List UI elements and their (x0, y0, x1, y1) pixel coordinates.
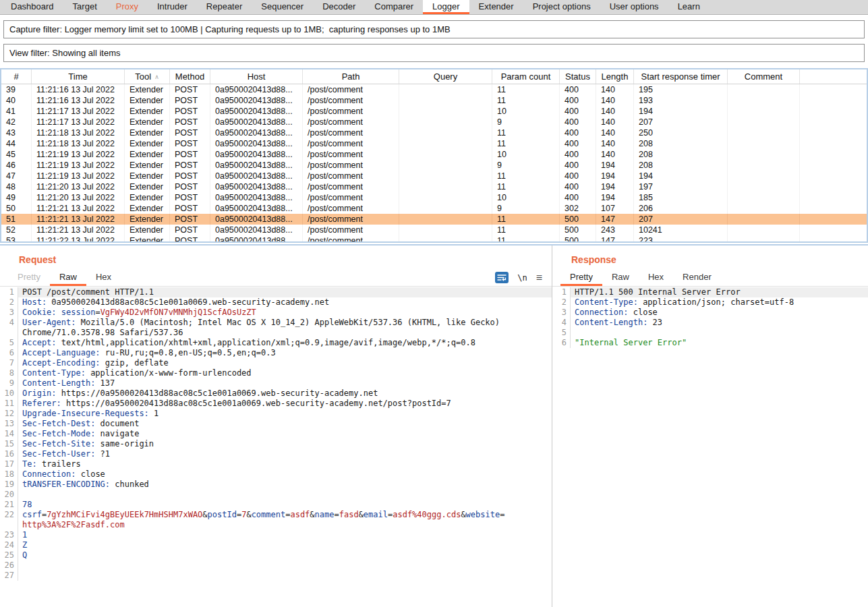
cell-host: 0a9500020413d88... (210, 203, 303, 214)
column-header-tool[interactable]: Tool∧ (125, 69, 170, 84)
column-header-comment[interactable]: Comment (728, 69, 800, 84)
menu-tab-intruder[interactable]: Intruder (148, 0, 197, 14)
cell-num: 46 (1, 160, 32, 171)
response-tab-pretty[interactable]: Pretty (560, 269, 602, 286)
menu-tab-user-options[interactable]: User options (600, 0, 668, 14)
code-text: Accept-Encoding: gzip, deflate (18, 358, 552, 368)
log-row-44[interactable]: 4411:21:18 13 Jul 2022ExtenderPOST0a9500… (1, 138, 867, 149)
menu-tab-dashboard[interactable]: Dashboard (1, 0, 63, 14)
column-header-path[interactable]: Path (303, 69, 399, 84)
response-tab-raw[interactable]: Raw (602, 269, 639, 286)
newline-icon[interactable]: \n (517, 273, 527, 283)
wrap-toggle-icon[interactable] (495, 272, 509, 283)
menu-tab-learn[interactable]: Learn (668, 0, 710, 14)
line-number: 18 (0, 469, 18, 480)
column-header-method[interactable]: Method (170, 69, 210, 84)
cell-host: 0a9500020413d88... (210, 225, 303, 235)
column-header-label: Param count (501, 71, 551, 82)
log-row-45[interactable]: 4511:21:19 13 Jul 2022ExtenderPOST0a9500… (1, 149, 867, 160)
log-row-50[interactable]: 5011:21:21 13 Jul 2022ExtenderPOST0a9500… (1, 203, 867, 214)
request-tab-hex[interactable]: Hex (86, 269, 121, 286)
menu-tab-repeater[interactable]: Repeater (197, 0, 252, 14)
column-header-status[interactable]: Status (560, 69, 596, 84)
cell-tool: Extender (125, 235, 170, 243)
column-header-label: Length (602, 71, 629, 82)
cell-method: POST (170, 171, 210, 181)
cell-param_count: 9 (492, 117, 560, 127)
log-row-40[interactable]: 4011:21:16 13 Jul 2022ExtenderPOST0a9500… (1, 95, 867, 106)
log-row-48[interactable]: 4811:21:20 13 Jul 2022ExtenderPOST0a9500… (1, 181, 867, 192)
log-row-47[interactable]: 4711:21:19 13 Jul 2022ExtenderPOST0a9500… (1, 171, 867, 181)
column-header-param-count[interactable]: Param count (492, 69, 560, 84)
editor-menu-icon[interactable]: ≡ (536, 272, 542, 283)
log-row-46[interactable]: 4611:21:19 13 Jul 2022ExtenderPOST0a9500… (1, 160, 867, 171)
cell-timer: 250 (634, 127, 728, 138)
cell-num: 44 (1, 138, 32, 149)
line-number: 15 (0, 439, 18, 449)
cell-query (399, 181, 492, 192)
column-header-time[interactable]: Time (32, 69, 125, 84)
column-header--[interactable]: # (1, 69, 32, 84)
menu-tab-proxy[interactable]: Proxy (107, 0, 148, 14)
code-line: 5Accept: text/html,application/xhtml+xml… (0, 338, 552, 348)
cell-time: 11:21:21 13 Jul 2022 (32, 214, 125, 225)
log-row-42[interactable]: 4211:21:17 13 Jul 2022ExtenderPOST0a9500… (1, 117, 867, 127)
menu-tab-comparer[interactable]: Comparer (365, 0, 423, 14)
cell-status: 400 (560, 84, 596, 95)
code-text: Te: trailers (18, 459, 552, 469)
cell-path: /post/comment (303, 160, 399, 171)
column-header-start-response-timer[interactable]: Start response timer (634, 69, 728, 84)
cell-comment (728, 117, 800, 127)
line-number: 23 (0, 530, 18, 540)
cell-status: 500 (560, 225, 596, 235)
request-editor[interactable]: 1POST /post/comment HTTP/1.12Host: 0a950… (0, 287, 552, 607)
response-editor[interactable]: 1HTTP/1.1 500 Internal Server Error2Cont… (552, 287, 868, 607)
code-line: Chrome/71.0.3578.98 Safari/537.36 (0, 328, 552, 338)
code-line: 5 (552, 328, 868, 338)
column-header-length[interactable]: Length (596, 69, 634, 84)
menu-tab-sequencer[interactable]: Sequencer (252, 0, 313, 14)
code-line: 7Accept-Encoding: gzip, deflate (0, 358, 552, 368)
cell-comment (728, 192, 800, 203)
cell-comment (728, 171, 800, 181)
log-row-52[interactable]: 5211:21:21 13 Jul 2022ExtenderPOST0a9500… (1, 225, 867, 235)
menu-tab-extender[interactable]: Extender (469, 0, 523, 14)
code-text (571, 328, 868, 338)
line-number: 4 (0, 318, 18, 328)
response-tab-render[interactable]: Render (673, 269, 721, 286)
log-row-41[interactable]: 4111:21:17 13 Jul 2022ExtenderPOST0a9500… (1, 106, 867, 117)
line-number: 27 (0, 571, 18, 581)
view-filter-bar[interactable]: View filter: Showing all items (3, 44, 865, 62)
cell-num: 43 (1, 127, 32, 138)
column-header-label: Host (248, 71, 266, 82)
cell-status: 400 (560, 160, 596, 171)
cell-length: 194 (596, 192, 634, 203)
log-row-43[interactable]: 4311:21:18 13 Jul 2022ExtenderPOST0a9500… (1, 127, 867, 138)
column-header-query[interactable]: Query (399, 69, 492, 84)
code-line: 14Sec-Fetch-Mode: navigate (0, 429, 552, 439)
cell-tool: Extender (125, 181, 170, 192)
line-number: 24 (0, 540, 18, 550)
cell-status: 400 (560, 149, 596, 160)
menu-tab-project-options[interactable]: Project options (523, 0, 600, 14)
cell-method: POST (170, 203, 210, 214)
cell-param_count: 9 (492, 203, 560, 214)
cell-host: 0a9500020413d88... (210, 84, 303, 95)
log-row-39[interactable]: 3911:21:16 13 Jul 2022ExtenderPOST0a9500… (1, 84, 867, 95)
column-header-host[interactable]: Host (210, 69, 303, 84)
request-panel: Request PrettyRawHex \n ≡ 1POST /po (0, 245, 552, 607)
request-tab-raw[interactable]: Raw (50, 269, 86, 286)
capture-filter-bar[interactable]: Capture filter: Logger memory limit set … (3, 20, 865, 38)
menu-tab-logger[interactable]: Logger (423, 0, 469, 14)
menu-tab-target[interactable]: Target (63, 0, 107, 14)
cell-num: 49 (1, 192, 32, 203)
cell-host: 0a9500020413d88... (210, 181, 303, 192)
response-tab-hex[interactable]: Hex (639, 269, 673, 286)
cell-method: POST (170, 214, 210, 225)
menu-tab-decoder[interactable]: Decoder (313, 0, 365, 14)
log-table-header: #TimeTool∧MethodHostPathQueryParam count… (1, 69, 867, 84)
log-row-51[interactable]: 5111:21:21 13 Jul 2022ExtenderPOST0a9500… (1, 214, 867, 225)
log-row-53[interactable]: 5311:21:22 13 Jul 2022ExtenderPOST0a9500… (1, 235, 867, 243)
cell-comment (728, 84, 800, 95)
log-row-49[interactable]: 4911:21:20 13 Jul 2022ExtenderPOST0a9500… (1, 192, 867, 203)
